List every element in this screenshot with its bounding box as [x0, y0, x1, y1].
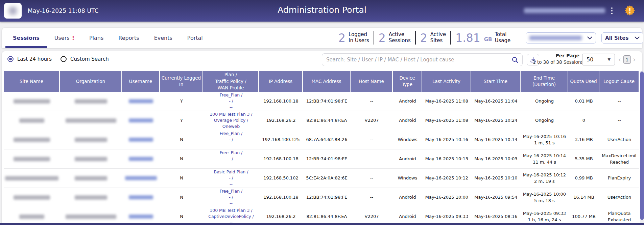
cell-organization [60, 188, 122, 207]
cell-currently-logged-in: N [160, 169, 203, 188]
user-email-redacted[interactable] [524, 8, 605, 13]
radio-custom-search[interactable]: Custom Search [61, 56, 109, 62]
search-input[interactable] [326, 57, 512, 63]
next-page-icon[interactable]: › [633, 56, 636, 63]
cell-organization [60, 92, 122, 111]
select-arrow-icon: ▼ [608, 57, 611, 62]
cell-username-link[interactable] [122, 207, 160, 223]
chevron-down-icon [587, 36, 592, 40]
redacted-text [5, 176, 58, 180]
table-header-row: Site NameOrganizationUsernameCurrently L… [4, 71, 639, 92]
cell-currently-logged-in: N [160, 207, 203, 223]
cell-last-activity: May-16-2025 10:00 [422, 188, 471, 207]
tab-sessions[interactable]: Sessions [5, 28, 47, 48]
cell-username-link[interactable] [122, 130, 160, 149]
cell-mac-address: 12:BB:74:01:98:FE [303, 149, 351, 168]
organization-dropdown[interactable] [526, 32, 596, 44]
kebab-menu-icon[interactable] [609, 6, 615, 16]
stat-active-sessions: 2ActiveSessions [379, 31, 415, 45]
stat-value: 2 [338, 31, 345, 45]
page-title: Administration Portal [278, 5, 366, 15]
cell-username-link[interactable] [122, 149, 160, 168]
cell-currently-logged-in: Y [160, 92, 203, 111]
cell-host-name: -- [351, 130, 393, 149]
stat-active-sites: 2ActiveSites [420, 31, 450, 45]
redacted-text [14, 195, 50, 200]
column-header-organization: Organization [60, 71, 122, 92]
cell-site-name [4, 169, 60, 188]
vertical-scrollbar[interactable] [640, 71, 644, 223]
company-logo[interactable] [4, 3, 22, 19]
tab-label: Plans [89, 35, 103, 41]
cell-logout-cause: MaxDeviceLimitReached [599, 149, 639, 168]
summary-stats: 2LoggedIn Users2ActiveSessions2ActiveSit… [338, 28, 515, 48]
redacted-link-text [129, 138, 153, 142]
table-row: Y 100 MB Test Plan 3 /Overage Policy /On… [4, 111, 639, 130]
cell-plan-policy-wan[interactable]: Free_Plan /- /-- [203, 130, 259, 149]
cell-organization [60, 149, 122, 168]
cell-end-time-duration: Ongoing [521, 111, 568, 130]
radio-last-24-hours[interactable]: Last 24 hours [7, 56, 52, 62]
stat-unit: GB [484, 36, 492, 43]
cell-ip-address: 192.168.50.102 [259, 169, 303, 188]
redacted-link-text [129, 195, 153, 199]
tab-events[interactable]: Events [147, 28, 180, 48]
radio-label: Custom Search [70, 56, 109, 62]
cell-logout-cause: -- [599, 92, 639, 111]
cell-host-name: V2207 [351, 111, 393, 130]
stat-total-usage: 1.81GBTotalUsage [455, 31, 515, 45]
cell-plan-policy-wan[interactable]: Free_Plan /- /-- [203, 188, 259, 207]
scrollbar-thumb[interactable] [640, 72, 644, 220]
cell-mac-address: 82:81:86:44:8F:EA [303, 207, 351, 223]
stat-label: LoggedIn Users [349, 32, 369, 44]
sites-dropdown[interactable]: All Sites [601, 32, 643, 44]
cell-plan-policy-wan[interactable]: Basic Paid Plan /- /-- [203, 169, 259, 188]
cell-currently-logged-in: N [160, 188, 203, 207]
sessions-panel: Last 24 hours Custom Search Per Page 1 t… [2, 51, 642, 223]
cell-site-name [4, 149, 60, 168]
column-header-username: Username [122, 71, 160, 92]
cell-device-type: Android [393, 188, 422, 207]
cell-username-link[interactable] [122, 92, 160, 111]
cell-logout-cause: PlanExpiry [599, 169, 639, 188]
redacted-text [75, 99, 107, 104]
cell-ip-address: 192.168.100.18 [259, 92, 303, 111]
cell-start-time: May-16-2025 10:03 [471, 149, 521, 168]
tab-reports[interactable]: Reports [111, 28, 146, 48]
tab-portal[interactable]: Portal [180, 28, 210, 48]
page-size-value: 50 [587, 56, 593, 63]
radio-label: Last 24 hours [17, 56, 52, 62]
tab-plans[interactable]: Plans [82, 28, 111, 48]
cell-device-type: Android [393, 207, 422, 223]
search-icon[interactable] [512, 57, 518, 63]
prev-page-icon[interactable]: ‹ [618, 56, 621, 63]
session-search-box [322, 53, 523, 66]
current-page-button[interactable]: 1 [623, 55, 631, 64]
cell-end-time-duration: May-16-2025 10:005 m, 18 s [521, 188, 568, 207]
column-header-mac-address: MAC Address [303, 71, 351, 92]
cell-site-name [4, 111, 60, 130]
cell-plan-policy-wan[interactable]: Free_Plan /- /-- [203, 92, 259, 111]
cell-quota-used: 5.35 MB [568, 149, 599, 168]
cell-username-link[interactable] [122, 169, 160, 188]
stat-logged-in-users: 2LoggedIn Users [338, 31, 374, 45]
column-header-logout-cause: Logout Cause [599, 71, 639, 92]
tab-label: Reports [118, 35, 139, 41]
cell-currently-logged-in: N [160, 130, 203, 149]
cell-username-link[interactable] [122, 188, 160, 207]
cell-username-link[interactable] [122, 111, 160, 130]
cell-quota-used: 16.14 MB [568, 188, 599, 207]
cell-end-time-duration: May-16-2025 09:331 h, 16 m, 24 s [521, 207, 568, 223]
column-header-site-name: Site Name [4, 71, 60, 92]
current-timestamp: May-16-2025 11:08 UTC [28, 7, 99, 14]
tab-users[interactable]: Users! [47, 28, 82, 48]
page-size-select[interactable]: 50 ▼ [582, 54, 615, 65]
warning-badge-icon[interactable] [624, 5, 635, 16]
cell-organization [60, 169, 122, 188]
cell-plan-policy-wan[interactable]: 100 MB Test Plan 3 /CaptiveDevicePolicy … [203, 207, 259, 223]
cell-site-name [4, 130, 60, 149]
cell-plan-policy-wan[interactable]: 100 MB Test Plan 3 /Overage Policy /Onew… [203, 111, 259, 130]
cell-plan-policy-wan[interactable]: Free_Plan /- /-- [203, 149, 259, 168]
stat-value: 2 [420, 31, 427, 45]
cell-organization [60, 111, 122, 130]
